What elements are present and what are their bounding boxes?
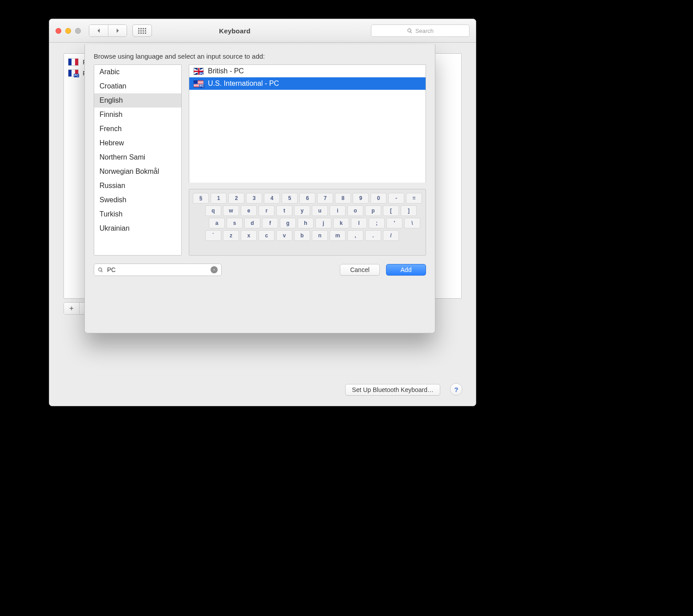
flag-us-icon: PC: [194, 80, 203, 87]
titlebar: Keyboard Search: [49, 19, 476, 43]
keyboard-key: c: [259, 230, 275, 241]
add-button[interactable]: Add: [386, 264, 426, 276]
keyboard-key: \: [404, 218, 420, 228]
add-input-source-sheet: Browse using language and select an inpu…: [84, 44, 435, 333]
keyboard-key: h: [298, 218, 314, 228]
keyboard-key: 2: [228, 193, 244, 204]
keyboard-key: 3: [246, 193, 262, 204]
toolbar-search[interactable]: Search: [371, 24, 470, 37]
keyboard-key: .: [365, 230, 381, 241]
window-controls: [56, 28, 81, 34]
close-icon[interactable]: [56, 28, 61, 34]
keyboard-key: e: [241, 205, 257, 216]
keyboard-key: [: [383, 205, 399, 216]
language-item[interactable]: Hebrew: [94, 136, 181, 150]
keyboard-key: 8: [335, 193, 351, 204]
keyboard-key: 4: [264, 193, 280, 204]
back-button[interactable]: [89, 25, 108, 36]
keyboard-key: ,: [347, 230, 363, 241]
minimize-icon[interactable]: [65, 28, 71, 34]
input-source-label: U.S. International - PC: [208, 80, 279, 88]
keyboard-key: 9: [353, 193, 369, 204]
nav-segmented: [89, 24, 127, 37]
keyboard-key: k: [333, 218, 349, 228]
keyboard-key: =: [406, 193, 422, 204]
language-item[interactable]: Turkish: [94, 207, 181, 221]
keyboard-key: f: [262, 218, 278, 228]
language-item[interactable]: Norwegian Bokmål: [94, 164, 181, 179]
clear-search-button[interactable]: [211, 266, 218, 273]
input-source-item[interactable]: PCU.S. International - PC: [189, 77, 426, 90]
forward-button[interactable]: [108, 25, 127, 36]
keyboard-key: 1: [211, 193, 227, 204]
language-item[interactable]: Arabic: [94, 65, 181, 79]
search-icon: [407, 28, 413, 34]
keyboard-key: i: [330, 205, 346, 216]
keyboard-key: j: [315, 218, 331, 228]
keyboard-key: §: [193, 193, 209, 204]
keyboard-key: d: [244, 218, 260, 228]
keyboard-key: /: [383, 230, 399, 241]
keyboard-key: a: [209, 218, 225, 228]
input-source-item[interactable]: PCBritish - PC: [189, 65, 426, 77]
keyboard-key: 0: [370, 193, 386, 204]
keyboard-key: `: [205, 230, 221, 241]
sheet-title: Browse using language and select an inpu…: [94, 52, 426, 60]
keyboard-key: b: [294, 230, 310, 241]
flag-uk-icon: PC: [194, 68, 203, 75]
language-item[interactable]: Russian: [94, 179, 181, 193]
keyboard-key: ': [386, 218, 402, 228]
language-item[interactable]: Northern Sami: [94, 150, 181, 164]
keyboard-key: x: [241, 230, 257, 241]
input-source-label: British - PC: [208, 67, 244, 75]
keyboard-key: y: [294, 205, 310, 216]
help-button[interactable]: ?: [450, 383, 462, 396]
keyboard-key: 5: [282, 193, 298, 204]
keyboard-key: l: [351, 218, 367, 228]
close-icon: [213, 268, 215, 272]
keyboard-key: u: [312, 205, 328, 216]
window-title: Keyboard: [131, 27, 339, 35]
language-list: ArabicCroatianEnglishFinnishFrenchHebrew…: [94, 64, 182, 256]
zoom-icon[interactable]: [75, 28, 81, 34]
keyboard-preview: §1234567890-= qwertyuiop[] asdfghjkl;'\ …: [189, 189, 426, 256]
flag-france-icon: [68, 59, 78, 65]
language-item[interactable]: English: [94, 93, 181, 108]
search-icon: [98, 267, 104, 273]
keyboard-key: q: [205, 205, 221, 216]
keyboard-key: n: [312, 230, 328, 241]
keyboard-key: z: [223, 230, 239, 241]
flag-france-pc-icon: PC: [68, 70, 78, 76]
language-item[interactable]: French: [94, 122, 181, 136]
keyboard-key: r: [259, 205, 275, 216]
keyboard-key: 7: [317, 193, 333, 204]
language-item[interactable]: Finnish: [94, 108, 181, 122]
keyboard-key: s: [227, 218, 243, 228]
language-item[interactable]: Croatian: [94, 79, 181, 93]
keyboard-key: ;: [369, 218, 385, 228]
cancel-button[interactable]: Cancel: [340, 264, 380, 276]
keyboard-key: ]: [401, 205, 417, 216]
bluetooth-keyboard-button[interactable]: Set Up Bluetooth Keyboard…: [345, 384, 440, 396]
keyboard-key: p: [365, 205, 381, 216]
keyboard-key: m: [330, 230, 346, 241]
keyboard-key: -: [388, 193, 404, 204]
keyboard-key: o: [347, 205, 363, 216]
sheet-search-input[interactable]: [106, 266, 208, 274]
keyboard-key: g: [280, 218, 296, 228]
language-item[interactable]: Swedish: [94, 193, 181, 207]
sheet-search[interactable]: [94, 264, 222, 276]
keyboard-key: w: [223, 205, 239, 216]
input-source-list: PCBritish - PCPCU.S. International - PC: [189, 64, 426, 183]
keyboard-key: v: [276, 230, 292, 241]
keyboard-key: t: [276, 205, 292, 216]
language-item[interactable]: Ukrainian: [94, 221, 181, 236]
toolbar-search-placeholder: Search: [415, 28, 434, 34]
keyboard-key: 6: [299, 193, 315, 204]
add-source-button[interactable]: +: [64, 303, 79, 314]
